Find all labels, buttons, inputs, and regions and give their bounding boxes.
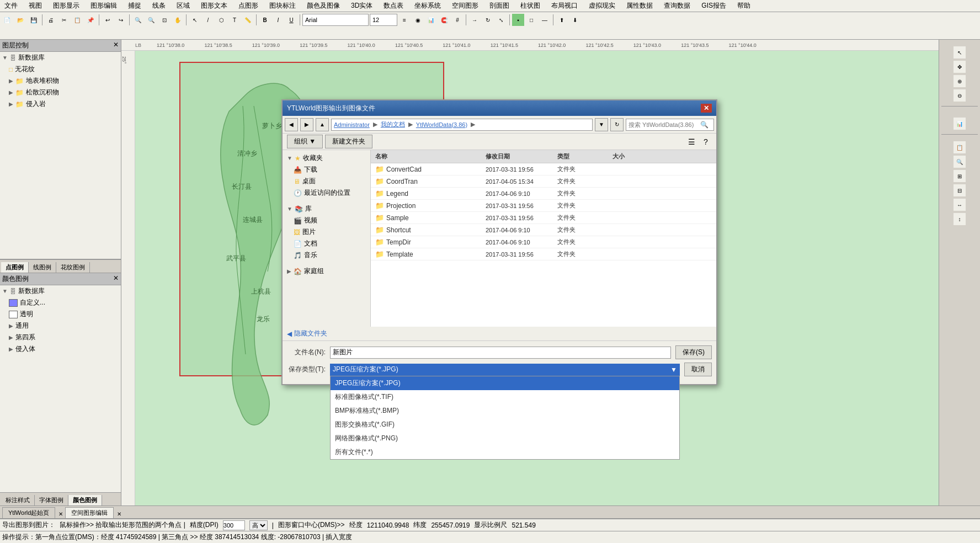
file-row-6[interactable]: 📁 TempDir 2017-04-06 9:10 文件夹 [371, 236, 716, 248]
search-input[interactable] [629, 121, 700, 128]
dropdown-option-4[interactable]: 网络图像格式(*.PNG) [331, 432, 679, 445]
col-header-name[interactable]: 名称 [373, 151, 483, 162]
col-header-type[interactable]: 类型 [555, 151, 610, 162]
file-row-7[interactable]: 📁 Template 2017-03-31 19:56 文件夹 [371, 248, 716, 260]
breadcrumb-mydocs[interactable]: 我的文档 [381, 120, 405, 129]
menu-help[interactable]: 帮助 [735, 0, 753, 12]
precision-input[interactable] [223, 520, 245, 530]
tb-zoom-out[interactable]: 🔍 [145, 14, 157, 26]
tb-export[interactable]: ⬆ [556, 14, 568, 26]
right-tool-9[interactable]: ⊟ [954, 184, 966, 196]
tb-copy[interactable]: 📋 [71, 14, 83, 26]
nav-back-button[interactable]: ◀ [285, 118, 298, 131]
tb-attr[interactable]: 📊 [425, 14, 437, 26]
tb-arrow[interactable]: → [468, 14, 481, 26]
tb-grid[interactable]: # [451, 14, 464, 26]
panel2-close-icon[interactable]: ✕ [113, 274, 119, 284]
tb-save[interactable]: 💾 [28, 14, 40, 26]
file-row-4[interactable]: 📁 Sample 2017-03-31 19:56 文件夹 [371, 212, 716, 224]
right-tool-7[interactable]: 🔍 [954, 156, 966, 168]
filename-input[interactable] [330, 347, 671, 359]
tree-item-2[interactable]: ▶ 📁 松散沉积物 [0, 87, 121, 98]
color-tree-root[interactable]: ▼ 🗄 新数据库 [0, 285, 121, 297]
lib-images[interactable]: 🖼 图片 [285, 226, 368, 238]
menu-3d[interactable]: 3D实体 [349, 0, 375, 12]
fav-desktop[interactable]: 🖥 桌面 [285, 175, 368, 187]
cancel-button[interactable]: 取消 [684, 363, 712, 376]
fav-header[interactable]: ▼ ★ 收藏夹 [285, 152, 368, 164]
hidden-files-toggle[interactable]: ◀ 隐藏文件夹 [283, 327, 716, 340]
panel-close-icon[interactable]: ✕ [113, 41, 119, 50]
tb-b[interactable]: B [259, 14, 271, 26]
organize-button[interactable]: 组织 ▼ [287, 135, 323, 148]
lib-video[interactable]: 🎬 视频 [285, 215, 368, 226]
color-item-0[interactable]: 自定义... [0, 297, 121, 308]
tb-zoom-in[interactable]: 🔍 [132, 14, 144, 26]
breadcrumb-admin[interactable]: Administrator [334, 121, 370, 128]
tab-annotation[interactable]: 标注样式 [1, 495, 35, 505]
tb-zoom-fit[interactable]: ⊡ [158, 14, 171, 26]
tb-import[interactable]: ⬇ [569, 14, 581, 26]
tb-fill[interactable]: ▪ [512, 14, 524, 26]
quality-select[interactable]: 高 [249, 520, 268, 530]
right-tool-2[interactable]: ✥ [954, 61, 966, 73]
right-tool-8[interactable]: ⊞ [954, 170, 966, 182]
modal-close-button[interactable]: ✕ [701, 104, 712, 113]
dropdown-option-3[interactable]: 图形交换格式(*.GIF) [331, 418, 679, 432]
tab-close-1[interactable]: ✕ [56, 509, 65, 518]
tb-undo[interactable]: ↩ [102, 14, 114, 26]
nav-dropdown-button[interactable]: ▼ [595, 118, 608, 131]
file-row-1[interactable]: 📁 CoordTran 2017-04-05 15:34 文件夹 [371, 175, 716, 188]
file-row-5[interactable]: 📁 Shortcut 2017-04-06 9:10 文件夹 [371, 224, 716, 236]
right-tool-11[interactable]: ↕ [954, 213, 966, 225]
font-size[interactable]: 12 [370, 14, 397, 26]
menu-capture[interactable]: 捕捉 [126, 0, 143, 12]
right-tool-6[interactable]: 📋 [954, 141, 966, 153]
tb-cut[interactable]: ✂ [58, 14, 70, 26]
tb-polygon[interactable]: ⬡ [215, 14, 227, 26]
lib-music[interactable]: 🎵 音乐 [285, 249, 368, 261]
menu-histogram[interactable]: 柱状图 [518, 0, 542, 12]
tab-line-legend[interactable]: 线图例 [29, 262, 56, 273]
tb-i[interactable]: I [272, 14, 284, 26]
view-toggle-icon[interactable]: ☰ [685, 136, 697, 148]
dropdown-option-5[interactable]: 所有文件(*.*) [331, 445, 679, 459]
new-folder-button[interactable]: 新建文件夹 [325, 135, 372, 148]
tb-border[interactable]: □ [525, 14, 537, 26]
tb-layer[interactable]: ≡ [398, 14, 411, 26]
col-header-size[interactable]: 大小 [610, 151, 654, 162]
tree-item-3[interactable]: ▶ 📁 侵入岩 [0, 98, 121, 110]
file-row-3[interactable]: 📁 Projection 2017-03-31 19:56 文件夹 [371, 200, 716, 212]
file-row-0[interactable]: 📁 ConvertCad 2017-03-31 19:56 文件夹 [371, 163, 716, 175]
nav-up-button[interactable]: ▲ [316, 118, 329, 131]
dropdown-option-1[interactable]: 标准图像格式(*.TIF) [331, 390, 679, 404]
right-tool-1[interactable]: ↖ [954, 46, 966, 58]
menu-query[interactable]: 查询数据 [662, 0, 693, 12]
fav-download[interactable]: 📥 下载 [285, 164, 368, 175]
menu-points[interactable]: 点图形 [236, 0, 260, 12]
tb-measure[interactable]: 📏 [242, 14, 254, 26]
nav-refresh-button[interactable]: ↻ [610, 118, 624, 131]
search-icon[interactable]: 🔍 [700, 121, 709, 129]
color-item-1[interactable]: 透明 [0, 308, 121, 320]
lib-header[interactable]: ▼ 📚 库 [285, 203, 368, 215]
menu-view[interactable]: 视图 [26, 0, 44, 12]
menu-text[interactable]: 图形文本 [199, 0, 230, 12]
tb-open[interactable]: 📂 [14, 14, 26, 26]
color-item-4[interactable]: ▶ 侵入体 [0, 343, 121, 355]
fav-recent[interactable]: 🕐 最近访问的位置 [285, 187, 368, 199]
menu-lines[interactable]: 线条 [150, 0, 168, 12]
tab-point-legend[interactable]: 点图例 [1, 262, 29, 273]
tb-snap[interactable]: 🧲 [438, 14, 450, 26]
menu-block[interactable]: 图块标注 [267, 0, 298, 12]
tree-item-1[interactable]: ▶ 📁 地表堆积物 [0, 75, 121, 87]
tree-item-0[interactable]: □ 无花纹 [0, 63, 121, 75]
tb-paste[interactable]: 📌 [84, 14, 97, 26]
menu-spatial[interactable]: 空间图形 [450, 0, 481, 12]
tb-pan[interactable]: ✋ [172, 14, 184, 26]
right-tool-4[interactable]: ⊖ [954, 89, 966, 102]
dropdown-option-0[interactable]: JPEG压缩方案(*.JPG) [331, 376, 679, 390]
right-tool-5[interactable]: 📊 [954, 118, 966, 130]
tb-redo[interactable]: ↪ [115, 14, 127, 26]
menu-vr[interactable]: 虚拟现实 [587, 0, 617, 12]
